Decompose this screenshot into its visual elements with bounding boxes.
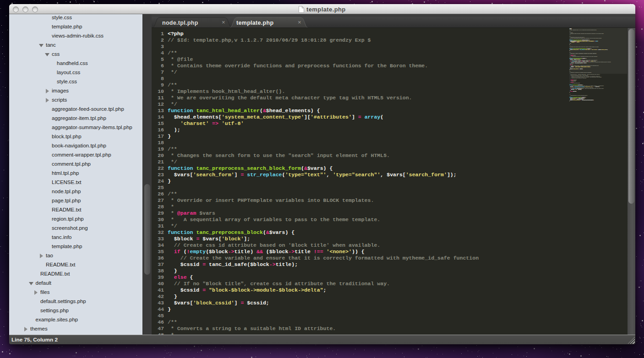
svg-text:node.tpl.php: node.tpl.php xyxy=(162,20,198,26)
svg-text:×: × xyxy=(298,19,301,26)
svg-text:×: × xyxy=(222,19,225,26)
svg-text:template.php: template.php xyxy=(236,20,273,26)
